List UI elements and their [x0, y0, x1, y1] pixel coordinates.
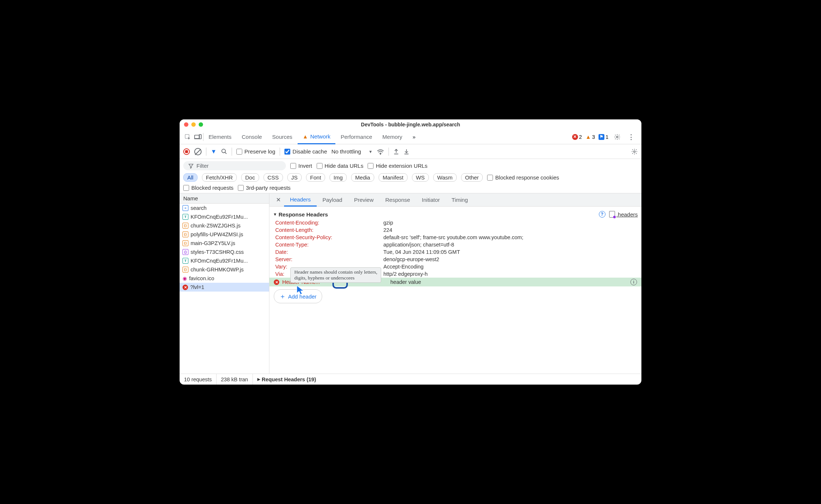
request-name: favicon.ico [189, 275, 214, 281]
hide-data-urls-checkbox[interactable]: Hide data URLs [317, 163, 364, 169]
file-type-icon: {} [183, 249, 188, 255]
tab-more[interactable]: » [408, 130, 421, 144]
filter-type-ws[interactable]: WS [412, 173, 429, 182]
subtab-preview[interactable]: Preview [348, 193, 379, 207]
request-row[interactable]: ◉favicon.ico [180, 274, 269, 283]
headers-file-link[interactable]: .headers [609, 211, 638, 218]
header-row: Date:Tue, 04 Jun 2024 11:09:05 GMT [269, 248, 641, 256]
response-headers-section[interactable]: ▼ Response Headers ? .headers [269, 210, 641, 219]
tab-sources[interactable]: Sources [267, 130, 298, 144]
close-details-icon[interactable]: ✕ [272, 196, 284, 203]
traffic-lights [184, 122, 203, 127]
filter-type-font[interactable]: Font [306, 173, 325, 182]
info-icon[interactable]: i [630, 279, 637, 285]
filter-funnel-icon[interactable]: ▼ [211, 148, 217, 155]
new-header-name[interactable]: Header-Name!!! Header names should conta… [282, 279, 387, 285]
tab-console[interactable]: Console [237, 130, 267, 144]
filter-type-doc[interactable]: Doc [241, 173, 259, 182]
main-tabs: Elements Console Sources ▲Network Perfor… [180, 130, 641, 144]
tab-elements[interactable]: Elements [203, 130, 237, 144]
filter-type-js[interactable]: JS [287, 173, 302, 182]
close-window-button[interactable] [184, 122, 188, 127]
subtab-payload[interactable]: Payload [317, 193, 348, 207]
disable-cache-checkbox[interactable]: Disable cache [284, 148, 327, 155]
request-row[interactable]: ⟨⟩polyfills-UPW4ZMSI.js [180, 230, 269, 239]
request-name: KFOmCnqEu92Fr1Mu... [191, 258, 248, 264]
subtab-timing[interactable]: Timing [446, 193, 474, 207]
request-name: chunk-GRHMKOWP.js [191, 267, 244, 273]
tab-performance[interactable]: Performance [335, 130, 377, 144]
header-value: default-src 'self'; frame-src youtube.co… [383, 234, 523, 240]
tab-memory[interactable]: Memory [377, 130, 407, 144]
third-party-checkbox[interactable]: 3rd-party requests [238, 185, 291, 191]
remove-header-icon[interactable]: ✕ [274, 279, 279, 285]
warnings-badge[interactable]: ▲3 [586, 134, 595, 140]
record-button[interactable] [183, 148, 190, 155]
header-row: Server:deno/gcp-europe-west2 [269, 256, 641, 263]
header-row: Content-Security-Policy:default-src 'sel… [269, 234, 641, 241]
settings-gear-icon[interactable] [612, 132, 622, 142]
request-row[interactable]: ⟨⟩main-G3PZY5LV.js [180, 239, 269, 248]
cursor-arrow-icon [296, 285, 305, 295]
request-name: search [191, 205, 207, 211]
request-row[interactable]: ✕?lvl=1 [180, 283, 269, 292]
header-row: Content-Encoding:gzip [269, 219, 641, 226]
request-row[interactable]: TKFOmCnqEu92Fr1Mu... [180, 256, 269, 265]
filter-input[interactable]: Filter [183, 161, 286, 170]
filter-type-css[interactable]: CSS [264, 173, 283, 182]
request-row[interactable]: TKFOmCnqEu92Fr1Mu... [180, 212, 269, 221]
filter-type-img[interactable]: Img [329, 173, 347, 182]
subtab-initiator[interactable]: Initiator [416, 193, 446, 207]
subtab-response[interactable]: Response [379, 193, 416, 207]
column-header-name[interactable]: Name [180, 193, 269, 204]
clear-button[interactable] [194, 148, 202, 155]
request-row[interactable]: ≡search [180, 204, 269, 212]
filter-type-all[interactable]: All [183, 173, 198, 182]
network-toolbar: ▼ Preserve log Disable cache No throttli… [180, 144, 641, 159]
file-type-icon: ⟨⟩ [183, 240, 188, 246]
request-headers-section[interactable]: ▶ Request Headers (19) [253, 374, 320, 385]
blocked-cookies-checkbox[interactable]: Blocked response cookies [487, 174, 559, 181]
request-row[interactable]: ⟨⟩chunk-Z5WZJGHS.js [180, 221, 269, 230]
inspect-element-icon[interactable] [183, 132, 193, 142]
minimize-window-button[interactable] [191, 122, 196, 127]
file-type-icon: ≡ [183, 205, 188, 211]
kebab-menu-icon[interactable]: ⋮ [626, 132, 636, 142]
file-type-icon: T [183, 214, 188, 220]
header-value: 224 [383, 227, 392, 233]
zoom-window-button[interactable] [199, 122, 203, 127]
issues-badge[interactable]: ⚑1 [599, 134, 608, 140]
filter-type-media[interactable]: Media [351, 173, 374, 182]
request-name: KFOmCnqEu92Fr1Mu... [191, 214, 248, 220]
tab-network[interactable]: ▲Network [298, 130, 336, 144]
warning-triangle-icon: ▲ [303, 133, 308, 140]
errors-badge[interactable]: ✕2 [572, 134, 582, 140]
request-name: styles-T73CSHRQ.css [191, 249, 244, 255]
filter-type-manifest[interactable]: Manifest [379, 173, 408, 182]
subtab-headers[interactable]: Headers [284, 193, 317, 207]
header-value: gzip [383, 220, 393, 226]
network-conditions-icon[interactable] [377, 148, 384, 155]
header-name: Content-Length: [275, 227, 383, 233]
header-name: Content-Security-Policy: [275, 234, 383, 240]
toolbar-settings-gear-icon[interactable] [631, 148, 638, 155]
request-row[interactable]: {}styles-T73CSHRQ.css [180, 248, 269, 256]
device-toolbar-icon[interactable] [193, 132, 203, 142]
new-header-value[interactable]: header value [390, 279, 421, 285]
blocked-requests-checkbox[interactable]: Blocked requests [183, 185, 233, 191]
help-icon[interactable]: ? [599, 211, 605, 218]
upload-har-icon[interactable] [393, 148, 399, 155]
filter-type-wasm[interactable]: Wasm [433, 173, 457, 182]
header-value: deno/gcp-europe-west2 [383, 256, 439, 262]
preserve-log-checkbox[interactable]: Preserve log [236, 148, 275, 155]
search-icon[interactable] [221, 148, 227, 155]
filter-type-other[interactable]: Other [461, 173, 483, 182]
filter-type-fetch[interactable]: Fetch/XHR [202, 173, 237, 182]
plus-icon: ＋ [279, 292, 286, 301]
hide-extension-urls-checkbox[interactable]: Hide extension URLs [368, 163, 427, 169]
invert-checkbox[interactable]: Invert [290, 163, 312, 169]
throttling-select[interactable]: No throttling ▼ [331, 148, 372, 155]
new-header-row[interactable]: ✕ Header-Name!!! Header names should con… [269, 278, 641, 286]
download-har-icon[interactable] [404, 148, 409, 155]
request-row[interactable]: ⟨⟩chunk-GRHMKOWP.js [180, 265, 269, 274]
